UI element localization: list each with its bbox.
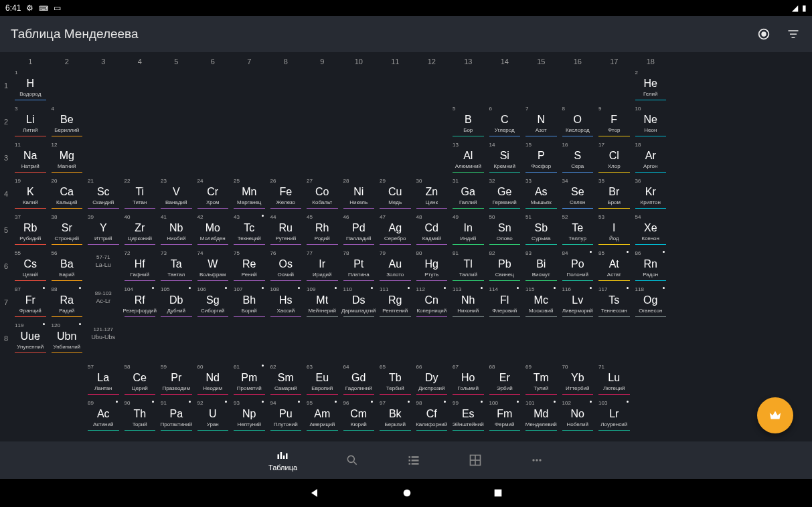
element-Cf[interactable]: 98CfКалифорний [414, 399, 451, 435]
element-Pd[interactable]: 46PdПалладий [341, 213, 378, 249]
placeholder-la[interactable]: 57-71La-Lu [85, 249, 122, 285]
element-Br[interactable]: 35BrБром [596, 177, 633, 213]
element-Cn[interactable]: 112CnКоперниций [414, 285, 451, 321]
element-Sr[interactable]: 38SrСтронций [49, 213, 86, 249]
element-Rn[interactable]: 86RnРадон [633, 249, 669, 285]
element-Ca[interactable]: 20CaКальций [49, 177, 86, 213]
element-Sm[interactable]: 62SmСамарий [268, 363, 305, 399]
element-Rh[interactable]: 45RhРодий [304, 213, 341, 249]
element-Ir[interactable]: 77IrИридий [304, 249, 341, 285]
element-Fr[interactable]: 87FrФранций [12, 285, 49, 321]
element-Tb[interactable]: 65TbТербий [377, 363, 414, 399]
element-Ds[interactable]: 110DsДармштадтий [341, 285, 378, 321]
element-Pb[interactable]: 82PbСвинец [487, 249, 523, 285]
element-K[interactable]: 19KКалий [12, 177, 49, 213]
element-Te[interactable]: 52TeТеллур [560, 213, 596, 249]
element-Lv[interactable]: 116LvЛиверморий [560, 285, 596, 321]
element-Th[interactable]: 90ThТорий [122, 399, 159, 435]
element-Cs[interactable]: 55CsЦезий [12, 249, 49, 285]
element-Tm[interactable]: 69TmТулий [523, 363, 560, 399]
element-Be[interactable]: 4BeБериллий [49, 104, 86, 140]
element-Gd[interactable]: 64GdГадолиний [341, 363, 378, 399]
element-Pr[interactable]: 59PrПразеодим [158, 363, 195, 399]
element-Os[interactable]: 76OsОсмий [268, 249, 305, 285]
element-Ce[interactable]: 58CeЦерий [122, 363, 159, 399]
element-Np[interactable]: 93NpНептуний [231, 399, 268, 435]
element-Ac[interactable]: 89AcАктиний [85, 399, 122, 435]
element-Cl[interactable]: 17ClХлор [596, 140, 633, 177]
element-Xe[interactable]: 54XeКсенон [633, 213, 669, 249]
element-I[interactable]: 53IЙод [596, 213, 633, 249]
placeholder-ac[interactable]: 89-103Ac-Lr [85, 285, 122, 321]
element-Pt[interactable]: 78PtПлатина [341, 249, 378, 285]
element-Lu[interactable]: 71LuЛютеций [596, 363, 633, 399]
element-Ru[interactable]: 44RuРутений [268, 213, 305, 249]
nav-recent[interactable] [493, 488, 503, 498]
element-Nd[interactable]: 60NdНеодим [195, 363, 232, 399]
element-Ni[interactable]: 28NiНикель [341, 177, 378, 213]
element-Cr[interactable]: 24CrХром [195, 177, 232, 213]
element-Ubn[interactable]: 120UbnУнбинилий [49, 321, 86, 357]
element-Hf[interactable]: 72HfГафний [122, 249, 159, 285]
nav-table[interactable]: Таблица [268, 449, 297, 472]
nav-more[interactable] [530, 453, 544, 467]
element-Cu[interactable]: 29CuМедь [377, 177, 414, 213]
element-Sb[interactable]: 51SbСурьма [523, 213, 560, 249]
refresh-icon[interactable] [756, 26, 772, 42]
element-Mn[interactable]: 25MnМарганец [231, 177, 268, 213]
nav-list[interactable] [407, 453, 420, 467]
element-U[interactable]: 92UУран [195, 399, 232, 435]
element-Rg[interactable]: 111RgРентгений [377, 285, 414, 321]
element-Zr[interactable]: 40ZrЦирконий [122, 213, 159, 249]
element-Mo[interactable]: 42MoМолибден [195, 213, 232, 249]
element-Se[interactable]: 34SeСелен [560, 177, 596, 213]
element-Fl[interactable]: 114FlФлеровий [487, 285, 523, 321]
element-Ge[interactable]: 32GeГерманий [487, 177, 523, 213]
element-Ga[interactable]: 31GaГаллий [450, 177, 487, 213]
element-Yb[interactable]: 70YbИттербий [560, 363, 596, 399]
element-Pm[interactable]: 61PmПрометий [231, 363, 268, 399]
element-Si[interactable]: 14SiКремний [487, 140, 523, 177]
premium-fab[interactable] [757, 397, 793, 433]
element-Li[interactable]: 3LiЛитий [12, 104, 49, 140]
element-Rb[interactable]: 37RbРубидий [12, 213, 49, 249]
element-No[interactable]: 102NoНобелий [560, 399, 596, 435]
element-Mt[interactable]: 109MtМейтнерий [304, 285, 341, 321]
element-Pu[interactable]: 94PuПлутоний [268, 399, 305, 435]
element-Bi[interactable]: 83BiВисмут [523, 249, 560, 285]
element-Nb[interactable]: 41NbНиобий [158, 213, 195, 249]
element-As[interactable]: 33AsМышьяк [523, 177, 560, 213]
element-B[interactable]: 5BБор [450, 104, 487, 140]
filter-icon[interactable] [785, 26, 801, 42]
element-Na[interactable]: 11NaНатрий [12, 140, 49, 177]
element-Ts[interactable]: 117TsТеннессин [596, 285, 633, 321]
element-Og[interactable]: 118OgОганесон [633, 285, 669, 321]
nav-search[interactable] [345, 453, 359, 467]
element-N[interactable]: 7NАзот [523, 104, 560, 140]
element-H[interactable]: 1HВодород [12, 68, 49, 104]
element-Ho[interactable]: 67HoГольмий [450, 363, 487, 399]
element-V[interactable]: 23VВанадий [158, 177, 195, 213]
placeholder-ubu[interactable]: 121-127Ubu-Ubs [85, 321, 122, 357]
element-Hg[interactable]: 80HgРтуть [414, 249, 451, 285]
nav-home[interactable] [402, 488, 412, 498]
element-Sg[interactable]: 106SgСиборгий [195, 285, 232, 321]
element-Nh[interactable]: 113NhНихоний [450, 285, 487, 321]
element-S[interactable]: 16SСера [560, 140, 596, 177]
element-He[interactable]: 2HeГелий [633, 68, 669, 104]
element-Bh[interactable]: 107BhБорий [231, 285, 268, 321]
element-Ta[interactable]: 73TaТантал [158, 249, 195, 285]
element-Fe[interactable]: 26FeЖелезо [268, 177, 305, 213]
element-Tl[interactable]: 81TlТаллий [450, 249, 487, 285]
element-Po[interactable]: 84PoПолоний [560, 249, 596, 285]
element-Y[interactable]: 39YИттрий [85, 213, 122, 249]
element-Tc[interactable]: 43TcТехнеций [231, 213, 268, 249]
element-Ar[interactable]: 18ArАргон [633, 140, 669, 177]
element-At[interactable]: 85AtАстат [596, 249, 633, 285]
element-Eu[interactable]: 63EuЕвропий [304, 363, 341, 399]
element-Er[interactable]: 68ErЭрбий [487, 363, 523, 399]
element-Mg[interactable]: 12MgМагний [49, 140, 86, 177]
element-Kr[interactable]: 36KrКриптон [633, 177, 669, 213]
element-Md[interactable]: 101MdМенделевий [523, 399, 560, 435]
element-Sc[interactable]: 21ScСкандий [85, 177, 122, 213]
